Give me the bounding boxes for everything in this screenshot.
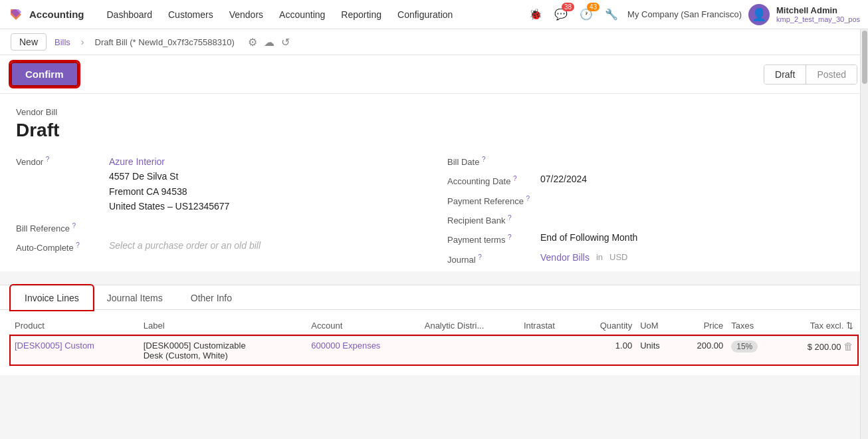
nav-dashboard[interactable]: Dashboard — [100, 0, 160, 29]
cell-analytic[interactable] — [421, 336, 520, 365]
cell-product: [DESK0005] Custom — [11, 336, 140, 365]
accounting-date-value[interactable]: 07/22/2024 — [540, 174, 852, 184]
status-posted[interactable]: Posted — [806, 65, 857, 84]
bill-date-row: Bill Date ? — [447, 154, 852, 167]
subheader-icons: ⚙ ☁ ↺ — [248, 36, 290, 49]
bill-reference-input[interactable] — [109, 221, 421, 231]
doc-title: Draft — [16, 120, 852, 141]
journal-currency: USD — [609, 252, 627, 262]
table-container: Product Label Account Analytic Distri...… — [0, 315, 868, 375]
invoice-table: Product Label Account Analytic Distri...… — [11, 315, 857, 365]
bill-reference-value[interactable] — [109, 221, 421, 231]
nav-accounting[interactable]: Accounting — [272, 0, 332, 29]
status-draft[interactable]: Draft — [764, 65, 806, 84]
col-taxes: Taxes — [727, 315, 778, 337]
payment-terms-value[interactable]: End of Following Month — [540, 232, 852, 243]
breadcrumb-bills[interactable]: Bills — [54, 37, 70, 47]
gear-icon[interactable]: ⚙ — [248, 36, 257, 49]
tab-other-info[interactable]: Other Info — [177, 285, 246, 310]
recipient-bank-value[interactable] — [540, 213, 852, 223]
payment-terms-row: Payment terms ? End of Following Month — [447, 232, 852, 245]
bill-reference-row: Bill Reference ? — [16, 221, 421, 233]
form-right-col: Bill Date ? Accounting Date ? 07/22/2024… — [447, 154, 852, 271]
scrollbar-thumb[interactable] — [862, 31, 867, 84]
bill-reference-label: Bill Reference ? — [16, 221, 109, 233]
vendor-address: Azure Interior 4557 De Silva St Fremont … — [109, 154, 421, 214]
col-quantity: Quantity — [577, 315, 636, 337]
journal-row: Journal ? Vendor Bills in USD — [447, 252, 852, 265]
avatar[interactable]: 👤 — [748, 4, 770, 25]
cell-account[interactable]: 600000 Expenses — [307, 336, 420, 365]
table-row: [DESK0005] Custom [DESK0005] Customizabl… — [11, 336, 857, 365]
recipient-bank-input[interactable] — [540, 213, 852, 223]
subheader: New Bills › Draft Bill (* NewId_0x7f3c75… — [0, 29, 868, 55]
recipient-bank-label: Recipient Bank ? — [447, 213, 540, 225]
nav-vendors[interactable]: Vendors — [223, 0, 270, 29]
recipient-bank-row: Recipient Bank ? — [447, 213, 852, 225]
clock-badge: 43 — [587, 3, 599, 11]
form-area: Vendor Bill Draft Vendor ? Azure Interio… — [0, 94, 868, 271]
refresh-icon[interactable]: ↺ — [281, 36, 290, 49]
app-name: Accounting — [29, 9, 84, 20]
doc-type-label: Vendor Bill — [16, 107, 852, 117]
col-analytic: Analytic Distri... — [421, 315, 520, 337]
app-logo[interactable] — [8, 7, 24, 23]
table-header-row: Product Label Account Analytic Distri...… — [11, 315, 857, 337]
journal-with-currency: Vendor Bills in USD — [540, 252, 852, 263]
top-navigation: Accounting Dashboard Customers Vendors A… — [0, 0, 868, 29]
cell-uom[interactable]: Units — [636, 336, 677, 365]
wrench-icon[interactable]: 🔧 — [602, 5, 621, 24]
new-button[interactable]: New — [11, 33, 47, 51]
cell-price[interactable]: 200.00 — [677, 336, 727, 365]
column-settings-icon[interactable]: ⇅ — [846, 321, 853, 331]
clock-button[interactable]: 🕐 43 — [577, 5, 596, 24]
product-link[interactable]: [DESK0005] Custom — [15, 341, 94, 351]
cell-tax: 15% — [727, 336, 778, 365]
cell-label: [DESK0005] Customizable Desk (Custom, Wh… — [140, 336, 308, 365]
nav-configuration[interactable]: Configuration — [391, 0, 459, 29]
payment-reference-input[interactable] — [540, 194, 852, 204]
user-info: Mitchell Admin kmp_2_test_may_30_pos — [776, 5, 860, 23]
col-intrastat: Intrastat — [520, 315, 578, 337]
confirm-button[interactable]: Confirm — [11, 62, 78, 86]
status-bar: Draft Posted — [764, 65, 857, 84]
vendor-row: Vendor ? Azure Interior 4557 De Silva St… — [16, 154, 421, 214]
bug-icon[interactable]: 🐞 — [526, 5, 545, 24]
tax-badge[interactable]: 15% — [731, 341, 758, 353]
journal-label: Journal ? — [447, 252, 540, 265]
col-product: Product — [11, 315, 140, 337]
scrollbar[interactable] — [860, 29, 868, 375]
cell-intrastat[interactable] — [520, 336, 578, 365]
tabs: Invoice Lines Journal Items Other Info — [0, 285, 868, 310]
bill-date-input[interactable] — [540, 154, 852, 165]
nav-reporting[interactable]: Reporting — [334, 0, 388, 29]
action-bar: Confirm Draft Posted — [0, 55, 868, 94]
breadcrumb-current: Draft Bill (* NewId_0x7f3c75588310) — [95, 37, 235, 47]
topnav-right-area: 🐞 💬 38 🕐 43 🔧 My Company (San Francisco)… — [526, 4, 860, 25]
bill-date-value[interactable] — [540, 154, 852, 165]
company-name: My Company (San Francisco) — [627, 9, 742, 19]
col-label: Label — [140, 315, 308, 337]
delete-row-icon[interactable]: 🗑 — [843, 341, 853, 352]
col-uom: UoM — [636, 315, 677, 337]
label-value[interactable]: [DESK0005] Customizable Desk (Custom, Wh… — [144, 341, 250, 361]
tab-journal-items[interactable]: Journal Items — [93, 285, 177, 310]
nav-customers[interactable]: Customers — [162, 0, 220, 29]
user-branch: kmp_2_test_may_30_pos — [776, 15, 860, 23]
form-left-col: Vendor ? Azure Interior 4557 De Silva St… — [16, 154, 421, 271]
bill-date-label: Bill Date ? — [447, 154, 540, 167]
tabs-container: Invoice Lines Journal Items Other Info P… — [0, 285, 868, 375]
journal-name[interactable]: Vendor Bills — [540, 252, 590, 263]
accounting-date-row: Accounting Date ? 07/22/2024 — [447, 174, 852, 186]
auto-complete-value[interactable]: Select a purchase order or an old bill — [109, 240, 421, 251]
messages-button[interactable]: 💬 38 — [552, 5, 570, 24]
cell-quantity[interactable]: 1.00 — [577, 336, 636, 365]
form-grid: Vendor ? Azure Interior 4557 De Silva St… — [16, 154, 852, 271]
tab-invoice-lines[interactable]: Invoice Lines — [11, 285, 93, 310]
vendor-addr2: Fremont CA 94538 — [109, 184, 421, 199]
vendor-name[interactable]: Azure Interior — [109, 154, 421, 169]
cloud-icon[interactable]: ☁ — [264, 36, 274, 49]
payment-reference-value[interactable] — [540, 194, 852, 204]
breadcrumb-separator: › — [81, 37, 84, 47]
col-tax-excl: Tax excl. ⇅ — [778, 315, 857, 337]
